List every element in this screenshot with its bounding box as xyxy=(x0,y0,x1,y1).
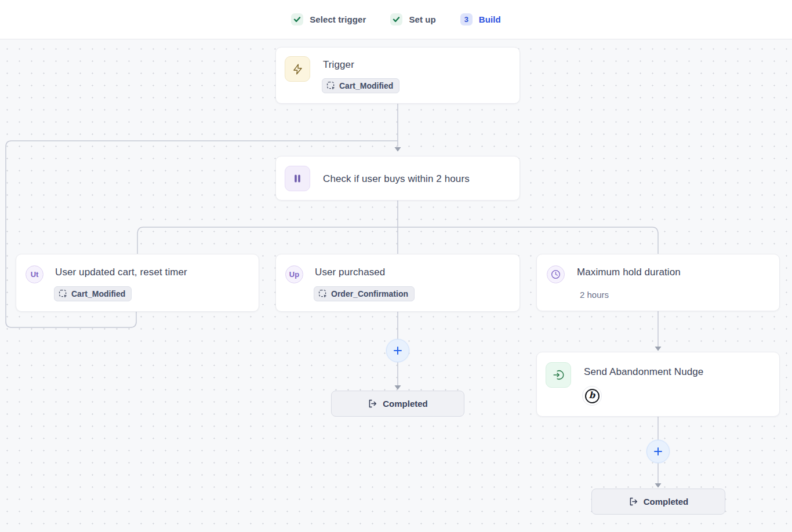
event-tag-icon xyxy=(318,289,328,298)
lightning-icon xyxy=(285,56,310,82)
clock-icon xyxy=(547,265,565,283)
step-select-trigger[interactable]: Select trigger xyxy=(291,13,366,25)
event-tag: Order_Confirmation xyxy=(314,286,415,301)
exit-icon xyxy=(628,497,638,507)
check-icon xyxy=(390,13,402,25)
action-node-send-nudge[interactable]: Send Abandonment Nudge b xyxy=(536,352,780,417)
node-title: Check if user buys within 2 hours xyxy=(323,173,470,185)
branch-node-user-updated[interactable]: Ut User updated cart, reset timer Cart_M… xyxy=(16,254,259,312)
branch-node-max-hold[interactable]: Maximum hold duration 2 hours xyxy=(536,254,780,311)
wait-node[interactable]: Check if user buys within 2 hours xyxy=(275,156,520,201)
trigger-node[interactable]: Trigger Cart_Modified xyxy=(275,47,520,104)
event-tag-icon xyxy=(326,81,336,90)
flow-canvas[interactable]: Trigger Cart_Modified Check if user buys… xyxy=(0,39,792,532)
duration-text: 2 hours xyxy=(580,290,609,300)
branch-node-user-purchased[interactable]: Up User purchased Order_Confirmation xyxy=(275,254,520,312)
event-tag-label: Order_Confirmation xyxy=(331,289,408,298)
add-step-button-middle[interactable] xyxy=(386,339,409,362)
event-tag: Cart_Modified xyxy=(322,78,399,93)
braze-logo-icon: b xyxy=(585,389,600,403)
step-build[interactable]: 3 Build xyxy=(460,13,501,25)
node-title: User updated cart, reset timer xyxy=(55,267,187,278)
node-title: Maximum hold duration xyxy=(577,267,681,278)
add-step-button-right[interactable] xyxy=(646,440,670,463)
event-tag-label: Cart_Modified xyxy=(71,289,125,298)
step-set-up[interactable]: Set up xyxy=(390,13,435,25)
progress-steps: Select trigger Set up 3 Build xyxy=(0,0,792,39)
completed-node-middle[interactable]: Completed xyxy=(331,391,464,417)
plus-icon xyxy=(653,447,663,456)
braze-channel-badge: b xyxy=(582,386,602,406)
event-tag-label: Cart_Modified xyxy=(339,81,393,90)
exit-icon xyxy=(368,399,377,409)
completed-node-right[interactable]: Completed xyxy=(591,489,725,515)
node-title: User purchased xyxy=(315,267,385,278)
step-label: Set up xyxy=(409,14,435,24)
step-label: Build xyxy=(479,14,501,24)
completed-label: Completed xyxy=(383,399,428,409)
plus-icon xyxy=(393,346,402,355)
avatar: Ut xyxy=(26,265,43,283)
event-tag-icon xyxy=(59,289,68,298)
avatar: Up xyxy=(285,265,303,283)
node-title: Trigger xyxy=(323,59,354,71)
node-title: Send Abandonment Nudge xyxy=(584,366,703,378)
event-tag: Cart_Modified xyxy=(54,286,132,301)
pause-icon xyxy=(285,166,310,191)
step-label: Select trigger xyxy=(310,14,366,24)
completed-label: Completed xyxy=(644,497,689,507)
check-icon xyxy=(291,13,303,25)
enter-icon xyxy=(546,362,571,388)
step-number-badge: 3 xyxy=(460,13,473,25)
